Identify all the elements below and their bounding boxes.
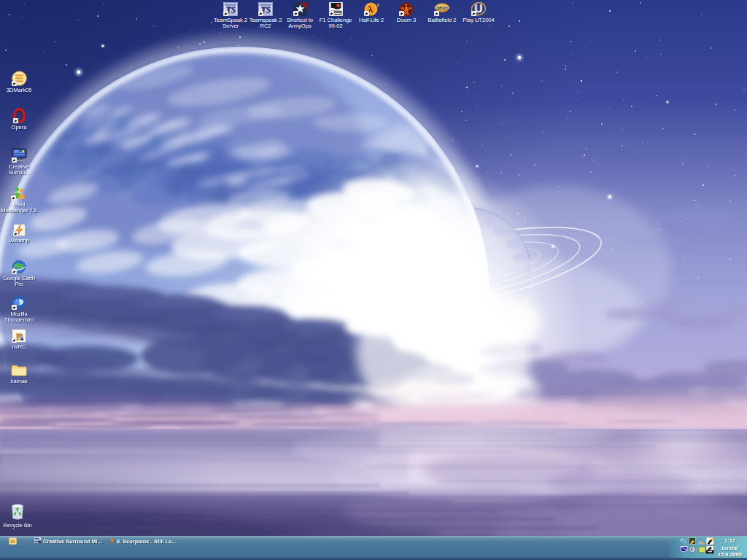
svg-text:m: m — [16, 330, 23, 338]
svg-text:BATTLEFIELD: BATTLEFIELD — [435, 7, 449, 9]
svg-text:2: 2 — [376, 3, 379, 7]
